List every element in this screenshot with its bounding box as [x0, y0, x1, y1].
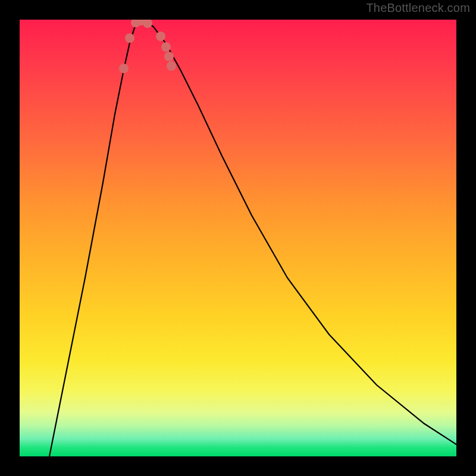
- plot-area: [20, 20, 456, 456]
- curve-marker: [125, 33, 134, 43]
- curve-marker: [143, 20, 152, 28]
- bottleneck-curve: [49, 21, 456, 456]
- curve-marker: [164, 52, 174, 61]
- curve-marker: [156, 32, 165, 41]
- curve-marker: [161, 42, 171, 52]
- curve-marker: [119, 64, 129, 73]
- watermark-text: TheBottleneck.com: [366, 1, 470, 15]
- chart-frame: TheBottleneck.com: [0, 0, 476, 476]
- curve-layer: [20, 20, 456, 456]
- marker-group: [119, 20, 176, 73]
- curve-marker: [167, 61, 176, 71]
